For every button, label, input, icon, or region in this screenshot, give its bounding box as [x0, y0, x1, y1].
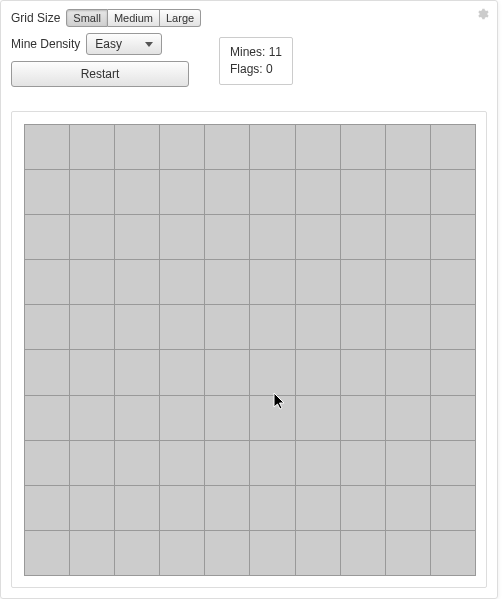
cell[interactable] [70, 305, 114, 349]
grid-size-option-medium[interactable]: Medium [108, 9, 160, 27]
cell[interactable] [431, 396, 475, 440]
cell[interactable] [205, 305, 249, 349]
cell[interactable] [296, 441, 340, 485]
cell[interactable] [25, 260, 69, 304]
cell[interactable] [386, 441, 430, 485]
cell[interactable] [70, 531, 114, 575]
cell[interactable] [25, 125, 69, 169]
cell[interactable] [115, 215, 159, 259]
cell[interactable] [296, 125, 340, 169]
cell[interactable] [250, 441, 294, 485]
cell[interactable] [431, 441, 475, 485]
cell[interactable] [296, 170, 340, 214]
cell[interactable] [160, 441, 204, 485]
cell[interactable] [160, 170, 204, 214]
cell[interactable] [386, 531, 430, 575]
cell[interactable] [386, 305, 430, 349]
cell[interactable] [205, 260, 249, 304]
cell[interactable] [386, 260, 430, 304]
cell[interactable] [115, 170, 159, 214]
cell[interactable] [341, 125, 385, 169]
cell[interactable] [341, 486, 385, 530]
cell[interactable] [25, 441, 69, 485]
cell[interactable] [341, 396, 385, 440]
cell[interactable] [70, 170, 114, 214]
cell[interactable] [431, 305, 475, 349]
cell[interactable] [386, 125, 430, 169]
cell[interactable] [25, 305, 69, 349]
cell[interactable] [250, 486, 294, 530]
cell[interactable] [25, 396, 69, 440]
cell[interactable] [431, 125, 475, 169]
cell[interactable] [386, 215, 430, 259]
cell[interactable] [205, 396, 249, 440]
cell[interactable] [205, 441, 249, 485]
cell[interactable] [160, 125, 204, 169]
cell[interactable] [250, 531, 294, 575]
cell[interactable] [160, 486, 204, 530]
cell[interactable] [115, 260, 159, 304]
cell[interactable] [341, 170, 385, 214]
cell[interactable] [341, 260, 385, 304]
cell[interactable] [431, 170, 475, 214]
cell[interactable] [431, 486, 475, 530]
cell[interactable] [205, 170, 249, 214]
gear-icon[interactable] [475, 7, 489, 24]
cell[interactable] [386, 350, 430, 394]
cell[interactable] [160, 215, 204, 259]
cell[interactable] [250, 305, 294, 349]
cell[interactable] [250, 396, 294, 440]
cell[interactable] [115, 125, 159, 169]
grid-size-option-small[interactable]: Small [66, 9, 108, 27]
grid-size-option-large[interactable]: Large [160, 9, 201, 27]
cell[interactable] [115, 441, 159, 485]
cell[interactable] [160, 350, 204, 394]
cell[interactable] [431, 260, 475, 304]
cell[interactable] [250, 215, 294, 259]
cell[interactable] [250, 260, 294, 304]
cell[interactable] [250, 170, 294, 214]
cell[interactable] [70, 260, 114, 304]
cell[interactable] [341, 305, 385, 349]
cell[interactable] [115, 531, 159, 575]
cell[interactable] [386, 486, 430, 530]
cell[interactable] [250, 350, 294, 394]
cell[interactable] [25, 486, 69, 530]
cell[interactable] [341, 215, 385, 259]
cell[interactable] [296, 486, 340, 530]
cell[interactable] [115, 486, 159, 530]
cell[interactable] [386, 396, 430, 440]
cell[interactable] [205, 350, 249, 394]
cell[interactable] [205, 125, 249, 169]
cell[interactable] [70, 215, 114, 259]
cell[interactable] [386, 170, 430, 214]
cell[interactable] [70, 486, 114, 530]
cell[interactable] [70, 396, 114, 440]
cell[interactable] [341, 441, 385, 485]
cell[interactable] [25, 215, 69, 259]
cell[interactable] [160, 260, 204, 304]
cell[interactable] [250, 125, 294, 169]
cell[interactable] [25, 350, 69, 394]
cell[interactable] [341, 350, 385, 394]
cell[interactable] [205, 531, 249, 575]
cell[interactable] [296, 531, 340, 575]
cell[interactable] [70, 350, 114, 394]
cell[interactable] [160, 396, 204, 440]
cell[interactable] [70, 441, 114, 485]
cell[interactable] [431, 531, 475, 575]
cell[interactable] [296, 215, 340, 259]
cell[interactable] [160, 305, 204, 349]
cell[interactable] [431, 215, 475, 259]
cell[interactable] [160, 531, 204, 575]
cell[interactable] [205, 486, 249, 530]
cell[interactable] [431, 350, 475, 394]
cell[interactable] [296, 305, 340, 349]
mine-density-dropdown[interactable]: Easy [86, 33, 162, 55]
cell[interactable] [115, 350, 159, 394]
cell[interactable] [115, 305, 159, 349]
cell[interactable] [296, 350, 340, 394]
cell[interactable] [205, 215, 249, 259]
cell[interactable] [25, 170, 69, 214]
cell[interactable] [70, 125, 114, 169]
